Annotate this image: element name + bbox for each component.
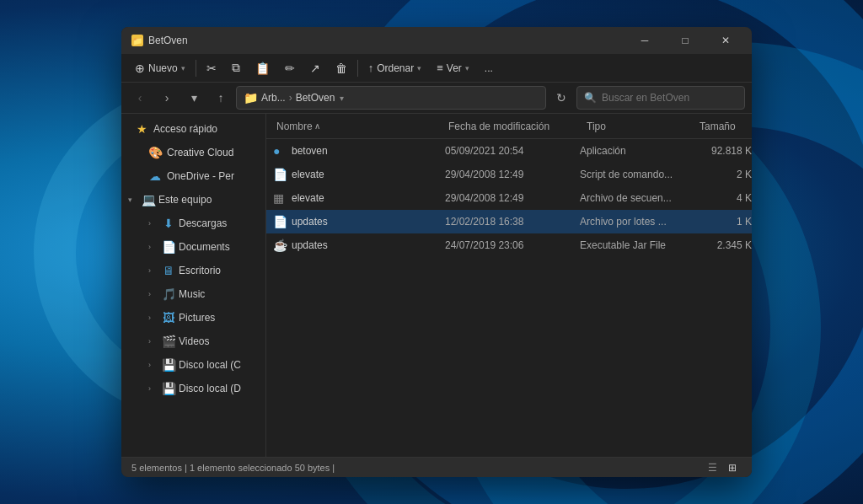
path-short: Arb... — [261, 92, 286, 104]
col-header-tamano[interactable]: Tamaño — [696, 121, 752, 132]
sort-arrow-icon: ↑ — [368, 62, 374, 74]
copy-button[interactable]: ⧉ — [225, 57, 247, 78]
sort-chevron: ▾ — [417, 64, 421, 72]
equipo-chevron-icon: ▾ — [128, 196, 138, 204]
sidebar-documents-label: Documents — [179, 241, 230, 253]
view-chevron: ▾ — [465, 64, 469, 72]
address-path[interactable]: 📁 Arb... › BetOven ▾ — [236, 86, 546, 110]
maximize-button[interactable]: □ — [666, 27, 705, 54]
sidebar-creative-cloud-label: Creative Cloud — [167, 147, 233, 158]
toolbar: ⊕ Nuevo ▾ ✂ ⧉ 📋 ✏ ↗ 🗑 ↑ Ordenar ▾ ≡ — [121, 54, 752, 83]
more-button[interactable]: ... — [478, 59, 500, 78]
sidebar-item-acceso-rapido[interactable]: ★ Acceso rápido — [125, 117, 262, 141]
sidebar-item-videos[interactable]: › 🎬 Videos — [125, 330, 262, 353]
col-header-fecha[interactable]: Fecha de modificación — [445, 121, 580, 132]
paste-button[interactable]: 📋 — [249, 58, 276, 78]
title-bar-left: 📁 BetOven — [131, 35, 188, 46]
file-type: Archivo de secuen... — [576, 192, 686, 204]
disco-c-chevron-icon: › — [148, 361, 158, 369]
music-icon: 🎵 — [162, 287, 175, 301]
cut-button[interactable]: ✂ — [200, 58, 223, 78]
file-type: Aplicación — [576, 145, 686, 157]
file-size: 4 KB — [686, 192, 752, 204]
table-row[interactable]: ☕ updates 24/07/2019 23:06 Executable Ja… — [266, 233, 752, 257]
onedrive-icon: ☁ — [148, 169, 162, 183]
sidebar-item-disco-d[interactable]: › 💾 Disco local (D — [125, 377, 262, 400]
view-button[interactable]: ≡ Ver ▾ — [430, 58, 476, 78]
sidebar-descargas-label: Descargas — [179, 217, 227, 229]
share-button[interactable]: ↗ — [303, 58, 327, 78]
file-list-header: Nombre ∧ Fecha de modificación Tipo Tama… — [266, 114, 752, 139]
escritorio-chevron-icon: › — [148, 266, 158, 275]
close-button[interactable]: ✕ — [706, 27, 745, 54]
sidebar-item-disco-c[interactable]: › 💾 Disco local (C — [125, 353, 262, 377]
sidebar-music-label: Music — [179, 288, 205, 300]
sidebar: ★ Acceso rápido 🎨 Creative Cloud ☁ OneDr… — [121, 114, 266, 457]
path-folder-icon: 📁 — [244, 91, 258, 105]
view-icon: ≡ — [437, 62, 443, 74]
minimize-button[interactable]: ─ — [625, 27, 664, 54]
sidebar-videos-label: Videos — [179, 335, 209, 347]
file-date: 24/07/2019 23:06 — [442, 239, 576, 251]
music-chevron-icon: › — [148, 290, 158, 298]
table-row[interactable]: 📄 updates 12/02/2018 16:38 Archivo por l… — [266, 210, 752, 233]
back-button[interactable]: ‹ — [128, 86, 152, 110]
table-row[interactable]: 📄 elevate 29/04/2008 12:49 Script de com… — [266, 163, 752, 186]
file-name-cell: 📄 elevate — [273, 168, 442, 181]
sidebar-item-este-equipo[interactable]: ▾ 💻 Este equipo — [125, 188, 262, 212]
sidebar-item-escritorio[interactable]: › 🖥 Escritorio — [125, 259, 262, 282]
sidebar-item-descargas[interactable]: › ⬇ Descargas — [125, 212, 262, 235]
window-controls: ─ □ ✕ — [625, 27, 745, 54]
file-size: 2.345 KB — [686, 239, 752, 251]
share-icon: ↗ — [310, 62, 320, 75]
file-list: ● betoven 05/09/2021 20:54 Aplicación 92… — [266, 139, 752, 457]
path-dropdown-icon: ▾ — [340, 94, 344, 103]
history-button[interactable]: ▾ — [182, 86, 206, 110]
search-input[interactable] — [602, 92, 737, 104]
new-button[interactable]: ⊕ Nuevo ▾ — [128, 58, 192, 78]
file-name: elevate — [292, 169, 324, 180]
file-date: 05/09/2021 20:54 — [442, 145, 576, 157]
sidebar-item-documents[interactable]: › 📄 Documents — [125, 235, 262, 259]
desktop-icon: 🖥 — [162, 264, 175, 277]
refresh-button[interactable]: ↻ — [549, 86, 573, 110]
details-view-button[interactable]: ⊞ — [723, 460, 742, 475]
file-name-cell: ▦ elevate — [273, 191, 442, 205]
delete-button[interactable]: 🗑 — [329, 58, 354, 78]
rename-button[interactable]: ✏ — [278, 58, 302, 78]
sidebar-equipo-label: Este equipo — [158, 194, 212, 206]
videos-icon: 🎬 — [162, 335, 175, 348]
file-date: 29/04/2008 12:49 — [442, 192, 576, 204]
computer-icon: 💻 — [142, 193, 155, 206]
sidebar-pictures-label: Pictures — [179, 312, 215, 324]
file-name: elevate — [292, 192, 324, 204]
table-row[interactable]: ● betoven 05/09/2021 20:54 Aplicación 92… — [266, 139, 752, 163]
forward-button[interactable]: › — [155, 86, 179, 110]
separator-2 — [357, 60, 358, 77]
sort-button[interactable]: ↑ Ordenar ▾ — [362, 58, 429, 78]
list-view-button[interactable]: ☰ — [703, 460, 721, 475]
up-button[interactable]: ↑ — [209, 86, 233, 110]
plus-icon: ⊕ — [135, 62, 145, 75]
search-box[interactable]: 🔍 — [576, 86, 745, 110]
col-header-nombre[interactable]: Nombre ∧ — [273, 121, 442, 132]
download-icon: ⬇ — [162, 217, 175, 230]
file-size: 1 KB — [686, 216, 752, 228]
table-row[interactable]: ▦ elevate 29/04/2008 12:49 Archivo de se… — [266, 186, 752, 210]
sidebar-item-pictures[interactable]: › 🖼 Pictures — [125, 306, 262, 330]
sidebar-item-music[interactable]: › 🎵 Music — [125, 282, 262, 306]
status-text: 5 elementos | 1 elemento seleccionado 50… — [131, 463, 335, 473]
disk-c-icon: 💾 — [162, 358, 175, 372]
path-separator: › — [289, 92, 292, 104]
search-icon: 🔍 — [584, 92, 597, 104]
sort-indicator: ∧ — [314, 121, 320, 131]
file-type-icon: ☕ — [273, 239, 287, 252]
col-header-tipo[interactable]: Tipo — [583, 121, 693, 132]
pictures-chevron-icon: › — [148, 314, 158, 322]
sidebar-item-creative-cloud[interactable]: 🎨 Creative Cloud — [125, 141, 262, 164]
sidebar-item-onedrive[interactable]: ☁ OneDrive - Per — [125, 164, 262, 188]
sidebar-onedrive-label: OneDrive - Per — [167, 170, 234, 182]
sidebar-escritorio-label: Escritorio — [179, 265, 221, 276]
file-date: 12/02/2018 16:38 — [442, 216, 576, 228]
separator-1 — [196, 60, 196, 77]
